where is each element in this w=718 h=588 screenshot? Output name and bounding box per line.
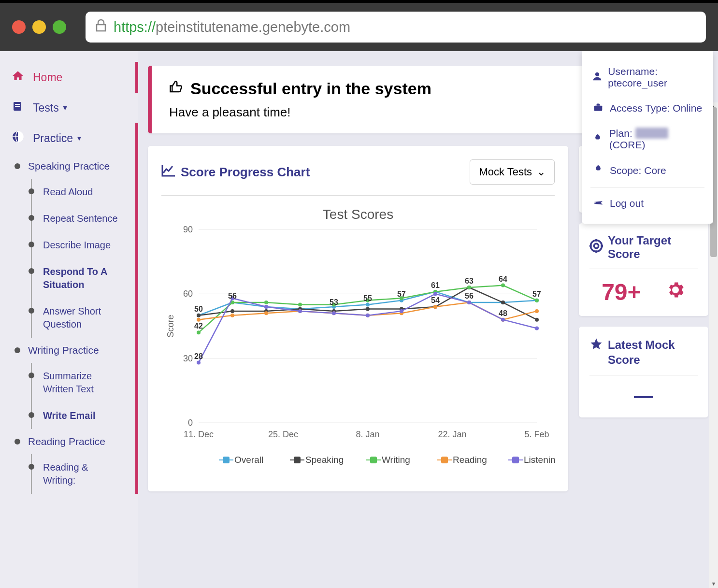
svg-point-36 <box>366 307 370 311</box>
svg-point-66 <box>264 305 268 309</box>
svg-text:Score: Score <box>166 315 175 337</box>
sidebar-item-respond-situation[interactable]: Respond To A Situation <box>32 258 135 298</box>
mock-score-value: — <box>589 385 698 407</box>
sidebar-item-label: Summarize Written Text <box>43 370 120 396</box>
star-icon <box>589 337 603 354</box>
sidebar-item-speaking[interactable]: Speaking Practice <box>10 154 135 179</box>
chart-title: Score Progress Chart <box>161 164 310 180</box>
score-chart: Test ScoresScore030609011. Dec25. Dec8. … <box>161 205 555 476</box>
maximize-window-icon[interactable] <box>53 20 66 34</box>
latest-mock-widget: Latest Mock Score — <box>579 327 708 417</box>
svg-text:Overall: Overall <box>234 455 263 465</box>
sidebar-item-label: Respond To A Situation <box>43 265 120 291</box>
svg-point-40 <box>501 301 505 304</box>
banner-title-text: Successful entry in the system <box>190 79 431 98</box>
speaking-practice-section: Speaking Practice Read Aloud Repeat Sent… <box>0 154 138 494</box>
svg-point-70 <box>400 309 403 313</box>
svg-text:53: 53 <box>330 298 338 306</box>
svg-point-51 <box>501 284 505 287</box>
logout-button[interactable]: Log out <box>590 187 704 216</box>
thumbs-up-icon <box>169 79 184 98</box>
svg-point-41 <box>535 318 539 322</box>
main-content: Successful entry in the system Have a pl… <box>138 51 718 588</box>
sidebar-item-reading[interactable]: Reading Practice <box>10 429 135 454</box>
gear-icon[interactable] <box>665 280 686 305</box>
sidebar-item-label: Read Aloud <box>43 186 93 199</box>
logout-label: Log out <box>610 198 644 209</box>
target-score-widget: Your Target Score 79+ <box>579 223 708 316</box>
sidebar-item-summarize[interactable]: Summarize Written Text <box>32 363 135 402</box>
mock-title-text: Latest Mock Score <box>608 337 698 367</box>
window-controls <box>12 20 66 34</box>
svg-text:54: 54 <box>431 296 440 304</box>
svg-point-71 <box>433 292 437 296</box>
sidebar-item-label: Home <box>33 71 62 84</box>
plane-icon <box>592 197 604 209</box>
svg-point-45 <box>298 303 302 307</box>
sidebar-item-answer-short[interactable]: Answer Short Question <box>32 298 135 338</box>
score-progress-card: Score Progress Chart Mock Tests ⌄ Test S… <box>148 146 568 491</box>
chevron-down-icon: ▼ <box>62 104 69 112</box>
sidebar-item-describe-image[interactable]: Describe Image <box>32 232 135 258</box>
bullet-icon <box>29 412 34 418</box>
svg-point-44 <box>264 301 268 304</box>
minimize-window-icon[interactable] <box>32 20 46 34</box>
sidebar-item-label: Tests <box>33 101 59 115</box>
bullet-icon <box>14 439 20 445</box>
sidebar-item-label: Answer Short Question <box>43 305 120 331</box>
svg-point-54 <box>230 314 234 317</box>
address-bar[interactable]: https://pteinstitutename.genebyte.com <box>86 12 706 43</box>
sidebar-item-label: Practice <box>33 132 73 145</box>
bullet-icon <box>29 308 34 314</box>
bullet-icon <box>29 215 34 221</box>
sidebar-item-read-aloud[interactable]: Read Aloud <box>32 179 135 205</box>
svg-point-69 <box>366 314 370 317</box>
user-dropdown-username: Username: ptecore_user <box>590 59 704 96</box>
svg-text:57: 57 <box>532 290 541 298</box>
user-dropdown-plan: Plan: xxxxx (CORE) <box>590 121 704 158</box>
svg-text:22. Jan: 22. Jan <box>438 430 466 439</box>
svg-text:11. Dec: 11. Dec <box>184 430 214 439</box>
sidebar-item-label: Reading Practice <box>28 436 105 447</box>
svg-text:Writing: Writing <box>382 455 410 465</box>
bullet-icon <box>29 373 34 378</box>
svg-text:60: 60 <box>183 289 193 299</box>
svg-text:64: 64 <box>499 275 507 283</box>
chart-type-dropdown[interactable]: Mock Tests ⌄ <box>470 159 555 185</box>
sidebar-item-label: Write Email <box>43 409 96 422</box>
sidebar-item-writing[interactable]: Writing Practice <box>10 338 135 363</box>
svg-rect-106 <box>594 106 603 111</box>
svg-point-73 <box>501 318 505 322</box>
svg-text:Listening: Listening <box>524 455 555 465</box>
user-dropdown-scope: Scope: Core <box>590 158 704 183</box>
svg-point-53 <box>197 318 201 322</box>
chevron-down-icon: ▼ <box>76 134 83 142</box>
svg-text:5. Feb: 5. Feb <box>524 430 549 439</box>
user-icon <box>592 72 602 84</box>
lock-icon <box>95 19 107 36</box>
sidebar-item-label: Speaking Practice <box>28 160 110 172</box>
sidebar-item-reading-writing[interactable]: Reading & Writing: <box>32 454 135 494</box>
sidebar-item-home[interactable]: Home <box>0 62 138 93</box>
svg-text:48: 48 <box>499 309 507 317</box>
sidebar-item-repeat-sentence[interactable]: Repeat Sentence <box>32 205 135 232</box>
sidebar-item-tests[interactable]: Tests ▼ <box>0 93 138 123</box>
svg-text:56: 56 <box>228 292 237 300</box>
svg-text:50: 50 <box>194 305 203 313</box>
svg-text:63: 63 <box>465 277 474 285</box>
sidebar-item-practice[interactable]: Practice ▼ <box>0 123 138 154</box>
close-window-icon[interactable] <box>12 20 26 34</box>
svg-point-32 <box>230 309 234 313</box>
svg-text:90: 90 <box>183 225 193 234</box>
globe-icon <box>12 130 27 146</box>
svg-text:25. Dec: 25. Dec <box>268 430 298 439</box>
sidebar-item-label: Describe Image <box>43 239 111 252</box>
sidebar-item-write-email[interactable]: Write Email <box>32 402 135 429</box>
svg-point-105 <box>594 244 598 248</box>
svg-point-60 <box>433 305 437 309</box>
svg-point-68 <box>332 311 336 315</box>
svg-text:57: 57 <box>397 290 406 298</box>
scroll-down-icon[interactable]: ▼ <box>709 579 718 588</box>
bullet-icon <box>29 242 34 247</box>
svg-point-42 <box>197 330 201 334</box>
